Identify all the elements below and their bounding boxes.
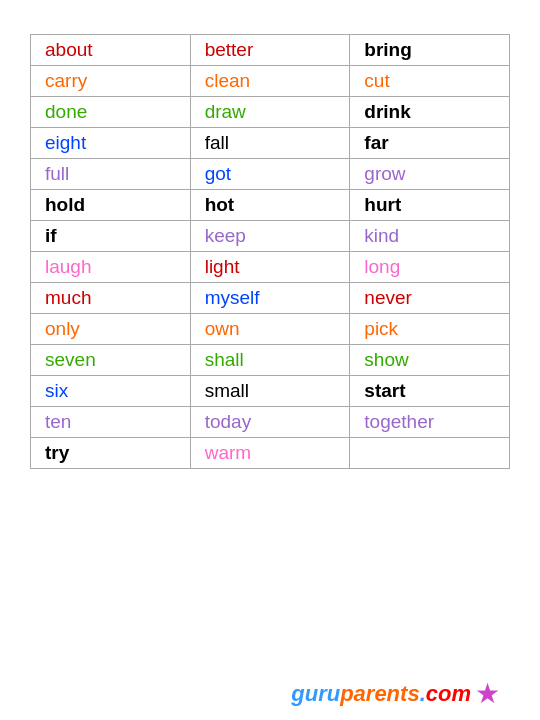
page: aboutbetterbringcarrycleancutdonedrawdri… bbox=[0, 0, 540, 720]
word-cell: only bbox=[31, 314, 191, 345]
word-cell: shall bbox=[190, 345, 350, 376]
word-cell: full bbox=[31, 159, 191, 190]
word-cell: cut bbox=[350, 66, 510, 97]
footer-guru: guru bbox=[291, 681, 340, 706]
word-cell: start bbox=[350, 376, 510, 407]
word-cell: got bbox=[190, 159, 350, 190]
word-cell: kind bbox=[350, 221, 510, 252]
word-cell: hot bbox=[190, 190, 350, 221]
word-cell: carry bbox=[31, 66, 191, 97]
word-cell: grow bbox=[350, 159, 510, 190]
word-table: aboutbetterbringcarrycleancutdonedrawdri… bbox=[30, 34, 510, 469]
word-cell: much bbox=[31, 283, 191, 314]
word-cell: small bbox=[190, 376, 350, 407]
word-cell: own bbox=[190, 314, 350, 345]
footer-com: com bbox=[426, 681, 471, 706]
word-cell: laugh bbox=[31, 252, 191, 283]
star-icon: ★ bbox=[475, 677, 500, 710]
word-cell: far bbox=[350, 128, 510, 159]
word-cell: hurt bbox=[350, 190, 510, 221]
footer: guruparents.com ★ bbox=[30, 669, 510, 710]
word-cell: light bbox=[190, 252, 350, 283]
word-cell: drink bbox=[350, 97, 510, 128]
word-cell: if bbox=[31, 221, 191, 252]
word-cell: long bbox=[350, 252, 510, 283]
word-cell: clean bbox=[190, 66, 350, 97]
word-cell: draw bbox=[190, 97, 350, 128]
word-cell: show bbox=[350, 345, 510, 376]
word-cell: done bbox=[31, 97, 191, 128]
word-cell: six bbox=[31, 376, 191, 407]
word-cell: warm bbox=[190, 438, 350, 469]
word-cell: eight bbox=[31, 128, 191, 159]
word-cell: better bbox=[190, 35, 350, 66]
word-cell: pick bbox=[350, 314, 510, 345]
word-cell: fall bbox=[190, 128, 350, 159]
word-cell: together bbox=[350, 407, 510, 438]
word-cell: try bbox=[31, 438, 191, 469]
word-cell: myself bbox=[190, 283, 350, 314]
word-cell: today bbox=[190, 407, 350, 438]
word-cell: never bbox=[350, 283, 510, 314]
word-cell: ten bbox=[31, 407, 191, 438]
word-cell: keep bbox=[190, 221, 350, 252]
word-cell: about bbox=[31, 35, 191, 66]
footer-parents: parents bbox=[340, 681, 419, 706]
word-cell: bring bbox=[350, 35, 510, 66]
word-cell: hold bbox=[31, 190, 191, 221]
word-cell bbox=[350, 438, 510, 469]
word-cell: seven bbox=[31, 345, 191, 376]
footer-brand: guruparents.com bbox=[291, 681, 471, 707]
